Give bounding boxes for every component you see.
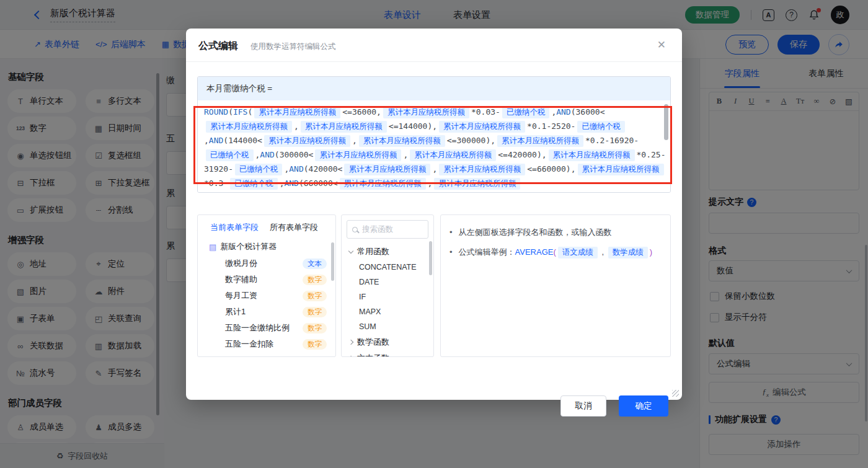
variables-tab-2[interactable]: 所有表单字段 xyxy=(270,222,318,233)
variable-type-badge: 数字 xyxy=(303,339,327,350)
bullet-icon: • xyxy=(450,245,453,260)
field-token[interactable]: 累计本月应纳税所得额 xyxy=(315,149,401,161)
paren: ( xyxy=(553,247,556,257)
variable-name: 五险一金缴纳比例 xyxy=(225,322,290,333)
variables-panel: 当前表单字段所有表单字段 ▤新版个税计算器缴税月份文本数字辅助数字每月工资数字累… xyxy=(197,214,336,357)
function-keyword: ROUND xyxy=(204,107,228,117)
variable-name: 五险一金扣除 xyxy=(225,338,273,350)
field-token[interactable]: 累计本月应纳税所得额 xyxy=(549,149,635,161)
chevron-right-icon xyxy=(348,356,353,357)
variable-item[interactable]: 缴税月份文本 xyxy=(198,255,335,272)
modal-title: 公式编辑 xyxy=(198,40,238,53)
field-token[interactable]: 累计本月应纳税所得额 xyxy=(578,164,664,175)
field-token[interactable]: 已缴纳个税 xyxy=(577,121,625,133)
confirm-button[interactable]: 确定 xyxy=(619,395,668,417)
field-token: 数学成绩 xyxy=(608,247,648,258)
variable-type-badge: 文本 xyxy=(303,258,327,269)
variable-type-badge: 数字 xyxy=(303,323,327,333)
variables-tabs: 当前表单字段所有表单字段 xyxy=(198,215,335,238)
tip-text: 公式编辑举例：AVERAGE(语文成绩 , 数学成绩) xyxy=(459,245,652,260)
field-token[interactable]: 累计本月应纳税所得额 xyxy=(383,107,469,118)
tip-row: •从左侧面板选择字段名和函数，或输入函数 xyxy=(450,225,662,240)
variables-scrollbar[interactable] xyxy=(331,242,334,281)
bullet-icon: • xyxy=(450,225,453,240)
formula-line: 已缴纳个税,AND(300000<累计本月应纳税所得额,累计本月应纳税所得额<=… xyxy=(204,148,664,162)
variable-item[interactable]: 累计1数字 xyxy=(198,304,335,320)
function-item[interactable]: DATE xyxy=(342,275,433,289)
variable-name: 每月工资 xyxy=(225,290,257,301)
formula-line: ROUND(IFS(累计本月应纳税所得额<=36000,累计本月应纳税所得额*0… xyxy=(204,105,664,119)
function-search[interactable] xyxy=(347,220,428,239)
field-token[interactable]: 已缴纳个税 xyxy=(235,164,283,175)
function-group-label: 数学函数 xyxy=(357,337,389,348)
paren: ) xyxy=(650,247,652,257)
formula-line: *0.3-已缴纳个税,AND(660000<累计本月应纳税所得额,累计本月应纳税… xyxy=(204,176,664,190)
field-token[interactable]: 累计本月应纳税所得额 xyxy=(264,135,350,147)
field-token[interactable]: 已缴纳个税 xyxy=(502,107,550,118)
variable-type-badge: 数字 xyxy=(303,275,327,285)
cancel-button[interactable]: 取消 xyxy=(560,395,606,417)
field-token[interactable]: 累计本月应纳税所得额 xyxy=(254,107,340,118)
functions-scrollbar[interactable] xyxy=(429,241,432,275)
function-search-input[interactable] xyxy=(362,225,418,234)
function-item[interactable]: SUM xyxy=(342,319,433,334)
variable-name: 累计1 xyxy=(225,306,246,317)
function-item[interactable]: CONCATENATE xyxy=(342,260,433,275)
formula-target-label: 本月需缴纳个税 = xyxy=(198,77,670,100)
field-token[interactable]: 累计本月应纳税所得额 xyxy=(434,178,520,190)
field-token[interactable]: 已缴纳个税 xyxy=(206,149,254,161)
function-group[interactable]: 常用函数 xyxy=(342,244,433,260)
formula-edit-modal: 公式编辑 使用数学运算符编辑公式 ✕ 本月需缴纳个税 = ROUND(IFS(累… xyxy=(186,29,682,400)
function-keyword: AND xyxy=(209,136,223,145)
close-icon[interactable]: ✕ xyxy=(657,38,666,51)
function-group[interactable]: 数学函数 xyxy=(342,334,433,350)
field-token[interactable]: 累计本月应纳税所得额 xyxy=(359,135,445,147)
field-token[interactable]: 已缴纳个税 xyxy=(230,178,278,190)
formula-scrollbar[interactable] xyxy=(664,104,668,140)
function-keyword: AND xyxy=(284,179,298,188)
variable-item[interactable]: 每月工资数字 xyxy=(198,288,335,304)
function-keyword: AND xyxy=(260,150,274,159)
tip-text: 从左侧面板选择字段名和函数，或输入函数 xyxy=(459,225,612,240)
variables-tab-1[interactable]: 当前表单字段 xyxy=(210,222,259,233)
field-token[interactable]: 累计本月应纳税所得额 xyxy=(301,121,387,133)
variable-item[interactable]: 五险一金扣除数字 xyxy=(198,336,335,352)
field-token: 语文成绩 xyxy=(558,247,598,258)
field-token[interactable]: 累计本月应纳税所得额 xyxy=(344,164,430,175)
field-token[interactable]: 累计本月应纳税所得额 xyxy=(410,149,496,161)
variable-type-badge: 数字 xyxy=(303,307,327,317)
function-item[interactable]: IF xyxy=(342,289,433,304)
form-doc-icon: ▤ xyxy=(209,242,216,252)
variables-root-node[interactable]: ▤新版个税计算器 xyxy=(198,238,335,255)
tip-row: •公式编辑举例：AVERAGE(语文成绩 , 数学成绩) xyxy=(450,245,662,260)
formula-line: 31920-已缴纳个税,AND(420000<累计本月应纳税所得额,累计本月应纳… xyxy=(204,162,664,176)
example-function-name: AVERAGE xyxy=(515,247,554,257)
functions-panel: 常用函数CONCATENATEDATEIFMAPXSUM数学函数文本函数 xyxy=(341,214,434,357)
variable-item[interactable]: 数字辅助数字 xyxy=(198,272,335,288)
variable-name: 缴税月份 xyxy=(225,258,257,269)
function-group[interactable]: 文本函数 xyxy=(342,350,433,357)
resize-handle[interactable] xyxy=(672,390,679,397)
field-token[interactable]: 累计本月应纳税所得额 xyxy=(206,121,292,133)
function-keyword: AND xyxy=(289,164,303,174)
function-keyword: AND xyxy=(556,107,570,117)
form-designer-page: 新版个税计算器 表单设计表单设置 数据管理 A ? 政 ↗表单外链</>后端脚本… xyxy=(0,0,868,468)
function-group-label: 常用函数 xyxy=(357,246,389,257)
chevron-down-icon xyxy=(348,248,353,253)
function-group-label: 文本函数 xyxy=(357,353,389,357)
field-token[interactable]: 累计本月应纳税所得额 xyxy=(439,164,525,175)
search-icon xyxy=(352,227,358,232)
field-token[interactable]: 累计本月应纳税所得额 xyxy=(497,135,583,147)
variable-name: 数字辅助 xyxy=(225,274,257,285)
function-keyword: IFS xyxy=(233,107,247,117)
field-token[interactable]: 累计本月应纳税所得额 xyxy=(439,121,525,133)
variable-item[interactable]: 五险一金缴纳比例数字 xyxy=(198,320,335,336)
formula-line: ,AND(144000<累计本月应纳税所得额,累计本月应纳税所得额<=30000… xyxy=(204,133,664,148)
formula-box: 本月需缴纳个税 = ROUND(IFS(累计本月应纳税所得额<=36000,累计… xyxy=(197,76,671,193)
formula-line: 累计本月应纳税所得额,累计本月应纳税所得额<=144000),累计本月应纳税所得… xyxy=(204,119,664,133)
variable-type-badge: 数字 xyxy=(303,291,327,301)
formula-input-area[interactable]: ROUND(IFS(累计本月应纳税所得额<=36000,累计本月应纳税所得额*0… xyxy=(198,100,670,192)
variables-root-label: 新版个税计算器 xyxy=(220,241,277,252)
field-token[interactable]: 累计本月应纳税所得额 xyxy=(340,178,426,190)
function-item[interactable]: MAPX xyxy=(342,304,433,319)
